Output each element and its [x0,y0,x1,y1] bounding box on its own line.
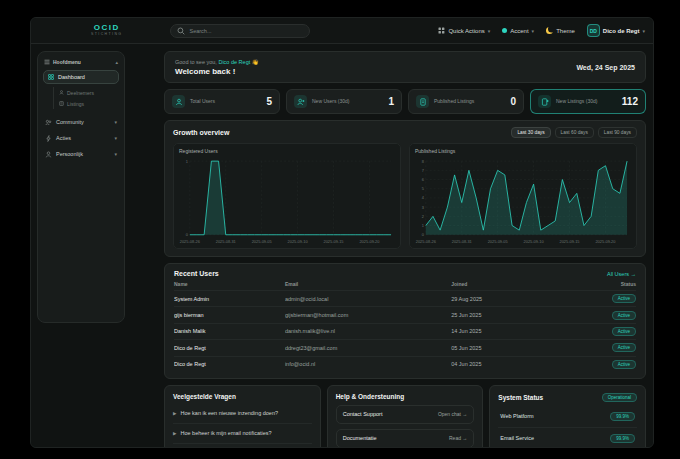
support-panel: Help & Ondersteuning Contact Support Ope… [327,385,484,447]
current-date: Wed, 24 Sep 2025 [576,64,635,71]
app-window: OCID STICHTING Quick Actions ▾ Accent ▾ [30,17,654,448]
user-plus-icon [294,95,307,108]
sidebar-section-hoofdmenu[interactable]: Hoofdmenu ▴ [42,57,120,68]
stat-value: 0 [510,96,516,107]
stat-card-total-users: Total Users 5 [164,89,280,114]
quick-actions-button[interactable]: Quick Actions ▾ [438,27,490,34]
accent-label: Accent [510,28,528,34]
search-input[interactable] [170,24,310,38]
status-row-label: Web Platform [500,413,533,419]
chevron-down-icon: ▾ [114,135,117,141]
faq-question: Hoe kan ik een nieuwe inzending doen? [180,410,278,416]
svg-text:5: 5 [422,186,425,191]
dashboard-icon [48,74,54,80]
user-joined-cell: 25 Jun 2025 [451,309,571,321]
stat-value: 1 [388,96,394,107]
app-logo[interactable]: OCID STICHTING [91,24,122,37]
contact-support-row[interactable]: Contact Support Open chat → [336,405,475,424]
user-email-cell: ddregt23@gmail.com [285,342,451,354]
user-joined-cell: 29 Aug 2025 [451,293,571,305]
sidebar-card: Hoofdmenu ▴ Dashboard Deelnemers [37,51,125,323]
users-icon [172,95,185,108]
sidebar-item-dashboard[interactable]: Dashboard [43,70,119,84]
table-row[interactable]: Dico de Regt ddregt23@gmail.com 05 Jun 2… [174,339,636,355]
documentation-row[interactable]: Documentatie Read → [336,429,475,447]
range-button-60-days[interactable]: Last 60 days [555,127,594,138]
accent-selector[interactable]: Accent ▾ [502,28,534,34]
user-menu[interactable]: DD Dico de Regt ▾ [587,24,645,37]
user-email-cell: info@ocid.nl [285,358,451,370]
user-email-cell: danish.malik@live.nl [285,325,451,337]
sidebar-item-listings[interactable]: Listings [59,98,120,109]
open-chat-link[interactable]: Open chat → [438,411,467,417]
svg-text:2025-08-31: 2025-08-31 [452,239,473,244]
status-badge: Active [612,327,636,336]
range-button-30-days[interactable]: Last 30 days [511,127,550,138]
sidebar-item-label: Dashboard [58,74,85,80]
chart-plot-area: 8765432102025-08-262025-08-312025-09-052… [415,156,631,246]
user-joined-cell: 14 Jun 2025 [451,325,571,337]
document-plus-icon [538,95,551,108]
published-listings-chart: Published Listings 8765432102025-08-2620… [409,143,637,249]
svg-text:4: 4 [422,195,425,200]
recent-users-panel: Recent Users All Users → Name Email Join… [164,263,646,379]
faq-item[interactable]: ▶ Hoe kan ik een nieuwe inzending doen? [173,404,312,424]
status-row-web-platform: Web Platform 99.9% [498,406,637,428]
sidebar-group-community[interactable]: Community ▾ [42,114,120,130]
sidebar-group-persoonlijk[interactable]: Persoonlijk ▾ [42,146,120,162]
column-header-name: Name [174,277,285,290]
sidebar-group-acties[interactable]: Acties ▾ [42,130,120,146]
user-email-cell: admin@ocid.local [285,293,451,305]
status-badge: Active [612,294,636,303]
theme-label: Theme [556,28,575,34]
svg-text:2025-08-26: 2025-08-26 [180,239,201,244]
chevron-down-icon: ▾ [532,28,535,34]
table-row[interactable]: Dico de Regt info@ocid.nl 04 Jun 2025 Ac… [174,356,636,372]
theme-toggle[interactable]: Theme [546,27,575,34]
read-docs-link[interactable]: Read → [449,435,467,441]
stat-value: 5 [266,96,272,107]
search-field[interactable] [189,28,303,34]
status-row-email-service: Email Service 99.9% [498,428,637,447]
range-button-90-days[interactable]: Last 90 days [598,127,637,138]
support-row-label: Contact Support [343,411,383,417]
table-row[interactable]: System Admin admin@ocid.local 29 Aug 202… [174,290,636,306]
sidebar-group-label: Community [56,119,84,125]
support-title: Help & Ondersteuning [336,393,475,400]
system-status-header: System Status Operational [498,393,637,402]
grid-icon [438,27,445,34]
user-name-cell: gijs bierman [174,309,285,321]
svg-text:2: 2 [422,214,425,219]
svg-text:2025-09-20: 2025-09-20 [359,239,380,244]
chevron-down-icon: ▾ [488,28,491,34]
svg-text:2025-09-05: 2025-09-05 [252,239,273,244]
svg-text:7: 7 [422,168,425,173]
user-email-cell: gijsbierman@hotmail.com [285,309,451,321]
sidebar-item-deelnemers[interactable]: Deelnemers [59,87,120,98]
user-name: Dico de Regt [603,28,640,34]
status-badge: Active [612,343,636,352]
chevron-down-icon: ▾ [114,119,117,125]
charts-row: Registered Users 102025-08-262025-08-312… [173,143,637,249]
svg-text:1: 1 [186,158,189,163]
registered-users-chart: Registered Users 102025-08-262025-08-312… [173,143,401,249]
faq-question: Hoe beheer ik mijn email notificaties? [180,430,271,436]
all-users-link[interactable]: All Users → [607,271,636,277]
svg-text:2025-08-26: 2025-08-26 [416,239,437,244]
faq-list: ▶ Hoe kan ik een nieuwe inzending doen? … [173,404,312,444]
chart-plot-area: 102025-08-262025-08-312025-09-052025-09-… [179,156,395,246]
support-row-label: Documentatie [343,435,377,441]
user-joined-cell: 05 Jun 2025 [451,342,571,354]
list-icon [59,101,64,106]
chevron-down-icon: ▾ [114,151,117,157]
table-header: Name Email Joined Status [174,277,636,290]
moon-icon [546,27,553,34]
table-row[interactable]: Danish Malik danish.malik@live.nl 14 Jun… [174,323,636,339]
sidebar-group-label: Acties [56,135,71,141]
faq-title: Veelgestelde Vragen [173,393,312,400]
document-icon [416,95,429,108]
table-row[interactable]: gijs bierman gijsbierman@hotmail.com 25 … [174,306,636,322]
stat-card-new-users: New Users (30d) 1 [286,89,402,114]
chevron-up-icon: ▴ [115,59,118,65]
faq-item[interactable]: ▶ Hoe beheer ik mijn email notificaties? [173,424,312,444]
